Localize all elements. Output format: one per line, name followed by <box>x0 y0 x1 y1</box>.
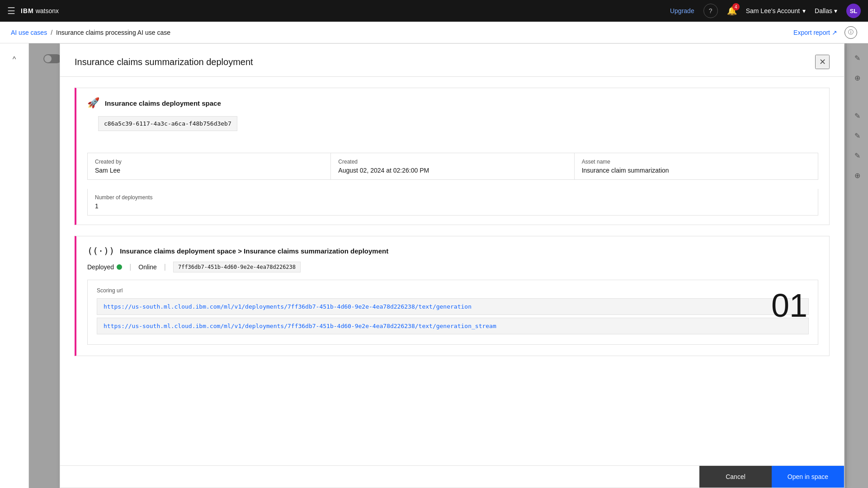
modal-footer: Cancel Open in space <box>60 465 844 488</box>
num-deployments-label: Number of deployments <box>95 194 811 201</box>
deployed-label: Deployed <box>87 263 114 271</box>
avatar[interactable]: SL <box>846 4 861 18</box>
section1-header: 🚀 Insurance claims deployment space <box>76 88 829 116</box>
info-icon[interactable]: ⓘ <box>844 26 857 39</box>
created-by-cell: Created by Sam Lee <box>88 153 331 179</box>
status-divider-1: | <box>129 263 131 271</box>
section1-title: Insurance claims deployment space <box>105 99 221 107</box>
deployment-section: ((·)) Insurance claims deployment space … <box>75 236 830 356</box>
online-status: Online <box>138 263 156 271</box>
section2-header: ((·)) Insurance claims deployment space … <box>76 236 829 262</box>
upgrade-button[interactable]: Upgrade <box>670 7 694 14</box>
modal-close-button[interactable]: ✕ <box>815 55 830 69</box>
scoring-label: Scoring url <box>97 287 809 294</box>
asset-name-label: Asset name <box>582 159 811 165</box>
meta-grid: Created by Sam Lee Created August 02, 20… <box>87 153 818 180</box>
signal-icon: ((·)) <box>87 245 114 256</box>
num-deployments-value: 1 <box>95 202 811 210</box>
section2-title: Insurance claims deployment space > Insu… <box>120 247 388 255</box>
modal-panel: Insurance claims summarization deploymen… <box>60 43 844 488</box>
asset-name-cell: Asset name Insurance claim summarization <box>575 153 818 179</box>
account-chevron: ▾ <box>802 7 806 14</box>
help-icon[interactable]: ? <box>703 4 718 18</box>
created-by-label: Created by <box>95 159 323 165</box>
cancel-button[interactable]: Cancel <box>699 466 772 488</box>
num-deployments-cell: Number of deployments 1 <box>88 189 818 215</box>
deploy-status-row: Deployed | Online | 7ff36db7-451b-4d60-9… <box>76 262 829 280</box>
notification-badge: 4 <box>732 3 740 10</box>
deployment-space-section: 🚀 Insurance claims deployment space c86a… <box>75 88 830 225</box>
breadcrumb-separator: / <box>51 29 52 36</box>
modal-body[interactable]: 🚀 Insurance claims deployment space c86a… <box>60 77 844 465</box>
main-layout: ^ ✎ ⊕ ✎ ✎ ✎ ⊕ Insurance claims summariza… <box>0 43 868 488</box>
export-report-button[interactable]: Export report ↗ <box>793 29 837 36</box>
status-dot <box>117 264 122 270</box>
breadcrumb-current-page: Insurance claims processing AI use case <box>56 29 170 36</box>
modal-title-bar: Insurance claims summarization deploymen… <box>60 44 844 77</box>
rocket-icon: 🚀 <box>87 97 99 109</box>
subheader: AI use cases / Insurance claims processi… <box>0 22 868 43</box>
notifications-icon[interactable]: 🔔 4 <box>727 6 737 16</box>
created-cell: Created August 02, 2024 at 02:26:00 PM <box>331 153 574 179</box>
asset-name-value: Insurance claim summarization <box>582 167 811 174</box>
created-by-value: Sam Lee <box>95 167 323 174</box>
modal-title: Insurance claims summarization deploymen… <box>75 57 253 67</box>
deploy-id-badge: 7ff36db7-451b-4d60-9e2e-4ea78d226238 <box>173 262 301 272</box>
scoring-url-2[interactable]: https://us-south.ml.cloud.ibm.com/ml/v1/… <box>97 318 809 334</box>
meta-row2: Number of deployments 1 <box>87 189 818 216</box>
scoring-url-1[interactable]: https://us-south.ml.cloud.ibm.com/ml/v1/… <box>97 298 809 315</box>
created-label: Created <box>338 159 566 165</box>
sidebar-chevron[interactable]: ^ <box>4 51 25 69</box>
status-divider-2: | <box>164 263 166 271</box>
menu-icon[interactable]: ☰ <box>7 5 15 16</box>
region-chevron: ▾ <box>834 7 837 14</box>
deployment-number: 01 <box>771 287 807 324</box>
breadcrumb: AI use cases / Insurance claims processi… <box>11 29 170 36</box>
sidebar: ^ <box>0 43 29 488</box>
scoring-section: Scoring url https://us-south.ml.cloud.ib… <box>76 280 829 345</box>
ibm-brand: IBM watsonx <box>21 7 59 14</box>
region-menu[interactable]: Dallas ▾ <box>815 7 837 14</box>
space-id-badge: c86a5c39-6117-4a3c-a6ca-f48b756d3eb7 <box>98 116 237 131</box>
navbar: ☰ IBM watsonx Upgrade ? 🔔 4 Sam Lee's Ac… <box>0 0 868 22</box>
open-in-space-button[interactable]: Open in space <box>772 466 844 488</box>
content-area: ✎ ⊕ ✎ ✎ ✎ ⊕ Insurance claims summarizati… <box>29 43 868 488</box>
account-menu[interactable]: Sam Lee's Account ▾ <box>746 7 806 14</box>
created-value: August 02, 2024 at 02:26:00 PM <box>338 167 566 174</box>
deployed-status: Deployed <box>87 263 122 271</box>
export-icon: ↗ <box>832 29 837 36</box>
breadcrumb-ai-use-cases[interactable]: AI use cases <box>11 29 47 36</box>
